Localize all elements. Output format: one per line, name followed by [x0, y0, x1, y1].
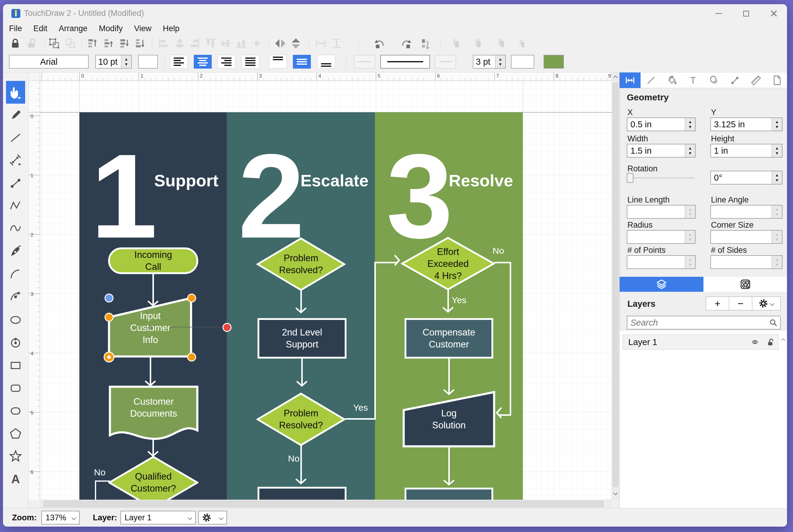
rotate-left-button[interactable]	[371, 35, 388, 52]
tool-pan[interactable]	[6, 81, 25, 103]
rotation-slider-track[interactable]	[627, 177, 695, 178]
layer-row[interactable]: Layer 1	[623, 335, 779, 349]
tab-shadow[interactable]	[703, 73, 724, 88]
tool-text[interactable]: A	[6, 468, 25, 491]
selection-handle-orange[interactable]	[187, 293, 196, 303]
flip-horizontal-button[interactable]	[272, 35, 288, 52]
list-scroll-up-icon[interactable]	[781, 338, 786, 343]
node-partial-bottom-col2[interactable]	[257, 487, 347, 500]
tool-polygon[interactable]	[6, 422, 25, 445]
copy-style-button[interactable]	[470, 35, 486, 52]
apply-style-button[interactable]	[514, 35, 530, 52]
text-color-swatch[interactable]	[138, 55, 158, 69]
layer-visibility-eye-icon[interactable]	[750, 339, 760, 346]
tab-text[interactable]: T	[682, 73, 703, 88]
drawing-canvas[interactable]: 1 Support 2 Escalate 3 Resolve	[40, 81, 612, 500]
horizontal-scrollbar[interactable]	[40, 500, 612, 508]
stroke-width-spin-buttons[interactable]: ▲▼	[495, 55, 505, 68]
tool-connection[interactable]	[6, 172, 25, 195]
h-scrollbar-thumb[interactable]	[44, 501, 604, 507]
line-angle-field[interactable]: ▲▼	[710, 205, 782, 219]
font-family-combo[interactable]: Arial	[9, 55, 89, 69]
menu-arrange[interactable]: Arrange	[59, 24, 88, 33]
menu-file[interactable]: File	[9, 24, 22, 33]
copy-appearance-button[interactable]	[493, 35, 509, 52]
bring-forward-button[interactable]	[101, 35, 117, 52]
tab-ruler[interactable]	[746, 73, 766, 88]
align-canvas-button[interactable]	[249, 35, 265, 52]
rotate-angle-button[interactable]	[416, 35, 432, 52]
align-text-left-button[interactable]	[170, 55, 188, 69]
points-field[interactable]: ▲▼	[627, 255, 696, 269]
tool-star[interactable]	[6, 445, 25, 468]
tab-fill[interactable]	[661, 73, 682, 88]
layer-options-button[interactable]	[752, 297, 781, 310]
tool-line[interactable]	[6, 127, 25, 149]
x-field[interactable]: ▲▼	[627, 117, 696, 131]
scroll-down-icon[interactable]	[613, 491, 618, 495]
stroke-width-stepper[interactable]: 3 pt ▲▼	[473, 55, 506, 69]
tab-page[interactable]	[766, 73, 787, 88]
bring-to-front-button[interactable]	[84, 35, 101, 52]
send-backward-button[interactable]	[116, 35, 133, 52]
connector[interactable]	[448, 447, 450, 484]
tool-rectangle[interactable]	[6, 354, 25, 377]
rotation-slider-knob[interactable]	[627, 173, 633, 183]
add-layer-button[interactable]: +	[706, 297, 729, 310]
maximize-button[interactable]	[737, 7, 755, 20]
layer-search-field[interactable]	[627, 316, 781, 329]
selection-handle-orange[interactable]	[104, 313, 114, 322]
connector-no[interactable]	[95, 480, 110, 482]
selection-handle-orange[interactable]	[187, 353, 196, 362]
scroll-up-icon[interactable]	[613, 75, 618, 80]
align-text-center-button[interactable]	[194, 55, 212, 69]
fill-color-swatch[interactable]	[544, 55, 564, 69]
rotate-right-button[interactable]	[398, 35, 414, 52]
align-top-button[interactable]	[202, 35, 219, 52]
vertical-align-middle-button[interactable]	[293, 55, 311, 69]
selection-handle-orange-donut[interactable]	[104, 353, 114, 362]
align-text-right-button[interactable]	[217, 55, 235, 69]
tool-ellipse[interactable]	[6, 308, 25, 331]
tool-pen[interactable]	[6, 240, 25, 263]
selection-handle-blue[interactable]	[104, 293, 114, 303]
layer-combo[interactable]: Layer 1	[120, 511, 196, 525]
connector-no[interactable]	[510, 262, 511, 416]
align-left-button[interactable]	[156, 35, 172, 52]
tab-geometry[interactable]	[620, 73, 641, 88]
control-handle-red[interactable]	[223, 323, 232, 332]
line-weight-thick-option[interactable]	[435, 55, 456, 69]
align-center-button[interactable]	[172, 35, 188, 52]
align-bottom-button[interactable]	[233, 35, 249, 52]
vertical-align-top-button[interactable]	[269, 55, 287, 69]
rotation-field[interactable]: ▲▼	[710, 171, 782, 185]
send-to-back-button[interactable]	[132, 35, 148, 52]
minimize-button[interactable]	[710, 7, 728, 20]
tab-layers[interactable]	[620, 277, 703, 292]
zoom-combo[interactable]: 137%	[41, 511, 80, 525]
tool-dimension[interactable]	[6, 149, 25, 172]
tab-libraries[interactable]	[703, 277, 787, 292]
line-weight-selected-option[interactable]	[380, 55, 430, 69]
connector-no[interactable]	[495, 262, 511, 263]
menu-edit[interactable]: Edit	[34, 24, 47, 33]
width-field[interactable]: ▲▼	[627, 144, 696, 157]
font-size-stepper[interactable]: 10 pt ▲▼	[95, 55, 132, 69]
unlock-button[interactable]	[23, 35, 40, 52]
vertical-scrollbar[interactable]	[612, 73, 619, 500]
menu-help[interactable]: Help	[163, 24, 180, 33]
connector-yes[interactable]	[345, 418, 375, 420]
stroke-color-swatch[interactable]	[511, 55, 534, 69]
align-middle-button[interactable]	[217, 35, 234, 52]
group-button[interactable]	[46, 35, 62, 52]
tab-line[interactable]	[641, 73, 661, 88]
tool-squircle[interactable]	[6, 400, 25, 422]
y-field[interactable]: ▲▼	[710, 117, 782, 131]
tool-center-ellipse[interactable]	[6, 331, 25, 354]
sides-field[interactable]: ▲▼	[710, 255, 782, 269]
tool-curve[interactable]	[6, 217, 25, 240]
layer-unlocked-icon[interactable]	[767, 338, 774, 346]
line-weight-thin-option[interactable]	[354, 55, 375, 69]
layer-settings-button[interactable]	[198, 511, 227, 525]
make-same-width-button[interactable]	[313, 35, 329, 52]
